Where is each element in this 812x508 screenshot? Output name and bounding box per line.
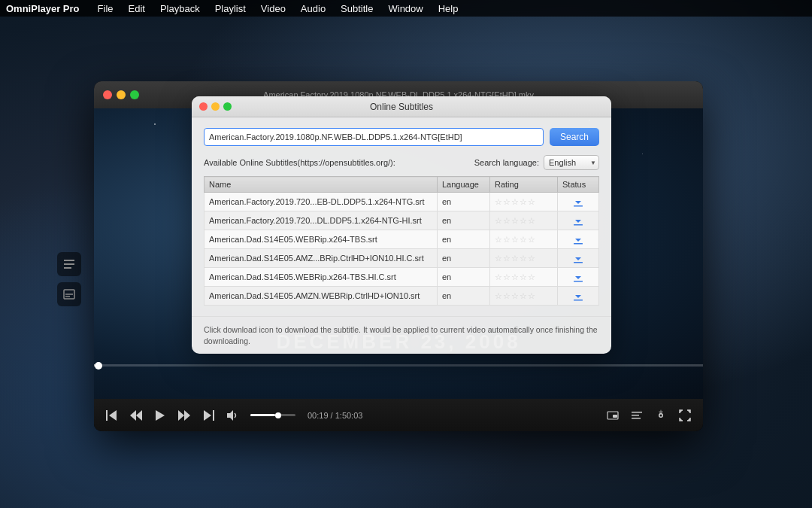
modal-info-row: Available Online Subtitles(https://opens… [204, 155, 599, 170]
volume-button[interactable] [223, 406, 241, 424]
svg-rect-29 [574, 262, 583, 263]
maximize-button[interactable] [130, 90, 139, 99]
star-icon[interactable]: ☆ [503, 235, 511, 245]
svg-marker-8 [204, 410, 211, 421]
progress-handle[interactable] [95, 362, 102, 370]
menu-audio[interactable]: Audio [295, 2, 332, 16]
modal-footer: Click download icon to download the subt… [192, 316, 611, 354]
menu-window[interactable]: Window [382, 2, 429, 16]
download-subtitle-button[interactable] [562, 233, 594, 245]
volume-handle[interactable] [275, 412, 281, 418]
menu-subtitle[interactable]: Subtitle [335, 2, 379, 16]
star-icon[interactable]: ☆ [495, 216, 502, 226]
star-icon[interactable]: ☆ [528, 254, 535, 263]
menu-help[interactable]: Help [432, 2, 465, 16]
svg-rect-15 [64, 260, 74, 261]
star-icon[interactable]: ☆ [528, 235, 535, 245]
star-icon[interactable]: ☆ [495, 197, 502, 207]
minimize-button[interactable] [117, 90, 126, 99]
left-chapters-button[interactable] [57, 252, 81, 276]
fast-forward-button[interactable] [175, 406, 193, 424]
svg-rect-27 [574, 224, 583, 226]
app-name: OmniPlayer Pro [6, 3, 80, 14]
star-icon[interactable]: ☆ [503, 272, 511, 282]
star-icon[interactable]: ☆ [503, 197, 511, 207]
modal-close-button[interactable] [199, 102, 208, 111]
svg-rect-30 [574, 281, 583, 282]
star-icon[interactable]: ☆ [495, 291, 502, 301]
modal-zoom-button[interactable] [223, 102, 232, 111]
menubar: OmniPlayer Pro File Edit Playback Playli… [0, 0, 812, 17]
star-icon[interactable]: ☆ [520, 254, 527, 263]
star-icon[interactable]: ☆ [511, 216, 519, 226]
close-button[interactable] [103, 90, 112, 99]
menu-edit[interactable]: Edit [123, 2, 151, 16]
subtitle-rating: ☆☆☆☆☆ [490, 193, 558, 211]
subtitle-name: American.Dad.S14E05.AMZ...BRip.CtrlHD+IO… [205, 249, 438, 268]
star-icon[interactable]: ☆ [528, 272, 535, 282]
table-row: American.Dad.S14E05.WEBRip.x264-TBS.srte… [205, 230, 599, 249]
download-subtitle-button[interactable] [562, 252, 594, 264]
menu-playlist[interactable]: Playlist [209, 2, 252, 16]
subtitle-rating: ☆☆☆☆☆ [490, 249, 558, 268]
left-subtitles-button[interactable] [57, 282, 81, 306]
language-select-wrapper[interactable]: English Chinese French German Spanish Ja… [544, 155, 599, 170]
pip-button[interactable] [604, 406, 622, 424]
subtitle-status [558, 230, 599, 249]
star-icon[interactable]: ☆ [520, 291, 527, 301]
subtitle-rating: ☆☆☆☆☆ [490, 287, 558, 306]
subtitle-name: American.Dad.S14E05.WEBRip.x264-TBS.HI.C… [205, 268, 438, 287]
star-icon[interactable]: ☆ [503, 254, 511, 263]
settings-button[interactable] [652, 406, 670, 424]
subtitle-name: American.Factory.2019.720...EB-DL.DDP5.1… [205, 193, 438, 211]
download-subtitle-button[interactable] [562, 196, 594, 208]
star-icon[interactable]: ☆ [528, 216, 535, 226]
language-select[interactable]: English Chinese French German Spanish Ja… [544, 155, 599, 170]
download-subtitle-button[interactable] [562, 290, 594, 302]
star-icon[interactable]: ☆ [520, 272, 527, 282]
star-icon[interactable]: ☆ [528, 291, 535, 301]
chapters-list-button[interactable] [628, 406, 646, 424]
modal-minimize-button[interactable] [211, 102, 220, 111]
star-icon[interactable]: ☆ [511, 272, 519, 282]
controls-right [604, 406, 694, 424]
star-icon[interactable]: ☆ [495, 272, 502, 282]
traffic-lights [103, 90, 139, 99]
star-icon[interactable]: ☆ [520, 197, 527, 207]
subtitle-status [558, 268, 599, 287]
online-subtitles-modal: Online Subtitles Search Available Online… [192, 96, 611, 354]
star-icon[interactable]: ☆ [511, 254, 519, 263]
col-rating: Rating [490, 177, 558, 193]
subtitle-search-input[interactable] [204, 128, 544, 146]
star-icon[interactable]: ☆ [503, 291, 511, 301]
star-icon[interactable]: ☆ [520, 216, 527, 226]
svg-rect-17 [64, 267, 71, 269]
progress-bar[interactable] [94, 364, 703, 367]
download-subtitle-button[interactable] [562, 271, 594, 283]
subtitle-search-button[interactable]: Search [550, 128, 599, 146]
star-icon[interactable]: ☆ [511, 197, 519, 207]
play-button[interactable] [151, 406, 169, 424]
skip-back-button[interactable] [103, 406, 121, 424]
star-icon[interactable]: ☆ [511, 291, 519, 301]
modal-body: Search Available Online Subtitles(https:… [192, 117, 611, 316]
fullscreen-button[interactable] [676, 406, 694, 424]
star-icon[interactable]: ☆ [503, 216, 511, 226]
subtitle-rating: ☆☆☆☆☆ [490, 268, 558, 287]
skip-forward-button[interactable] [199, 406, 217, 424]
volume-slider[interactable] [250, 414, 295, 416]
svg-marker-3 [136, 410, 142, 421]
rewind-button[interactable] [127, 406, 145, 424]
menu-playback[interactable]: Playback [154, 2, 206, 16]
svg-rect-7 [213, 410, 214, 421]
star-icon[interactable]: ☆ [495, 235, 502, 245]
subtitle-language: en [438, 287, 490, 306]
star-icon[interactable]: ☆ [511, 235, 519, 245]
subtitle-language: en [438, 193, 490, 211]
star-icon[interactable]: ☆ [528, 197, 535, 207]
download-subtitle-button[interactable] [562, 214, 594, 227]
star-icon[interactable]: ☆ [520, 235, 527, 245]
star-icon[interactable]: ☆ [495, 254, 502, 263]
menu-file[interactable]: File [92, 2, 120, 16]
menu-video[interactable]: Video [255, 2, 292, 16]
